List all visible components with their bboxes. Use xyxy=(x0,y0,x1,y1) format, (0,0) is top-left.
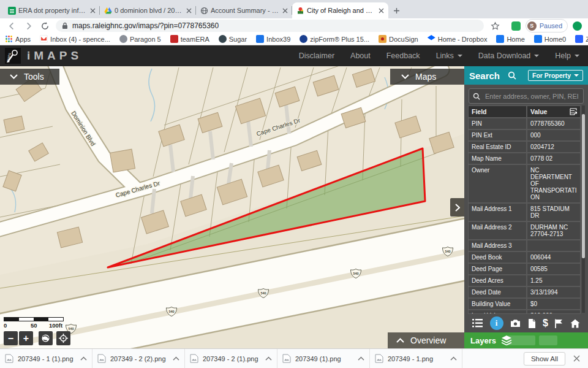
main-content: 540 540 540 540 540 Dominion Blvd Cape C… xyxy=(0,66,588,348)
map-view[interactable]: 540 540 540 540 540 Dominion Blvd Cape C… xyxy=(0,66,464,348)
layers-bar[interactable]: Layers xyxy=(464,332,588,348)
download-item[interactable]: 207349 - 1 (1).png xyxy=(0,349,92,368)
photo-button[interactable] xyxy=(510,319,521,328)
lock-icon xyxy=(62,22,68,29)
nav-about[interactable]: About xyxy=(350,52,371,60)
search-input[interactable] xyxy=(484,92,579,101)
watermark xyxy=(507,335,535,345)
chevron-up-icon[interactable] xyxy=(358,356,364,361)
bookmark-label: teamERA xyxy=(181,36,209,43)
download-item[interactable]: 207349 - 1.png xyxy=(370,349,462,368)
facebook-icon xyxy=(496,35,504,43)
bookmark-home0[interactable]: Home0 xyxy=(534,35,566,43)
nav-disclaimer[interactable]: Disclaimer xyxy=(299,52,334,60)
tools-button[interactable]: Tools xyxy=(0,69,59,85)
nav-help[interactable]: Help xyxy=(555,52,579,60)
scrollbar-thumb[interactable] xyxy=(582,114,585,258)
bookmark-inbox[interactable]: Inbox (4) - spence... xyxy=(40,35,110,43)
bookmark-sugar[interactable]: Sugar xyxy=(219,35,247,43)
new-tab-button[interactable] xyxy=(388,2,404,18)
tab-dominion-blvd[interactable]: 0 dominion blvd / 207349 - Goo xyxy=(100,2,196,18)
bookmark-inbox39[interactable]: Inbox39 xyxy=(256,35,290,43)
panel-collapse-button[interactable] xyxy=(450,198,464,217)
list-icon xyxy=(472,319,483,328)
locate-button[interactable] xyxy=(56,331,70,345)
globe-extent-button[interactable] xyxy=(39,331,53,345)
bookmark-label: DocuSign xyxy=(389,36,418,43)
bookmark-docusign[interactable]: DocuSign xyxy=(379,35,418,43)
bookmark-teamera[interactable]: teamERA xyxy=(170,35,209,43)
download-item[interactable]: 207349 - 2 (2).png xyxy=(92,349,185,368)
nav-links[interactable]: Links xyxy=(436,52,462,60)
chevron-up-icon[interactable] xyxy=(173,356,179,361)
tab-close-icon[interactable] xyxy=(379,8,384,13)
avatar: S xyxy=(527,21,537,31)
download-filename: 207349 - 1 (1).png xyxy=(18,355,78,362)
profile-paused-chip[interactable]: S Paused xyxy=(526,19,568,33)
extension-icon[interactable] xyxy=(511,21,521,31)
dollar-icon: $ xyxy=(543,318,548,329)
tab-close-icon[interactable] xyxy=(282,8,288,13)
paused-label: Paused xyxy=(540,22,562,29)
tab-strip: ERA dot property info - Google 0 dominio… xyxy=(0,0,588,18)
list-results-button[interactable] xyxy=(472,319,483,328)
tax-button[interactable]: $ xyxy=(543,318,548,329)
nav-data-download[interactable]: Data Download xyxy=(478,52,539,60)
bookmark-zipform[interactable]: zipForm® Plus 15... xyxy=(300,35,369,43)
tab-close-icon[interactable] xyxy=(186,8,192,13)
zoom-in-button[interactable]: + xyxy=(19,331,33,345)
export-table-icon[interactable] xyxy=(570,108,577,115)
deed-document-button[interactable] xyxy=(528,319,536,328)
bookmark-apps[interactable]: Apps xyxy=(5,35,31,43)
tab-imaps-active[interactable]: City of Raleigh and Wake Coun xyxy=(292,2,388,18)
maps-button[interactable]: Maps xyxy=(390,69,464,85)
info-icon: i xyxy=(496,318,498,328)
status-green-icon[interactable] xyxy=(573,21,582,31)
table-row: Mail Address 3 xyxy=(469,240,580,252)
scale-bar: 0 50 100ft xyxy=(4,317,65,329)
crosshair-icon xyxy=(59,334,68,343)
bookmark-label: Home - Dropbox xyxy=(438,36,488,43)
map-canvas[interactable]: 540 540 540 540 540 Dominion Blvd Cape C… xyxy=(0,66,464,348)
reload-button[interactable] xyxy=(39,20,50,31)
back-button[interactable] xyxy=(6,20,17,31)
url-field[interactable]: maps.raleighnc.gov/imaps/?pin=0778765360 xyxy=(56,20,484,32)
tab-account-summary[interactable]: Account Summary - 0204712 xyxy=(196,2,292,18)
search-scope-button[interactable]: For Property xyxy=(528,70,583,81)
nav-feedback[interactable]: Feedback xyxy=(386,52,420,60)
download-filename: 207349 - 1.png xyxy=(388,355,448,362)
table-header-row: Field Value xyxy=(469,106,580,118)
search-title: Search xyxy=(469,71,500,81)
apps-grid-icon xyxy=(5,35,13,43)
home-button[interactable] xyxy=(570,319,580,328)
tab-era-property[interactable]: ERA dot property info - Google xyxy=(4,2,100,18)
download-bar-close-button[interactable] xyxy=(573,355,580,362)
chevron-up-icon[interactable] xyxy=(80,356,87,361)
download-item[interactable]: 207349 (1).png xyxy=(277,349,370,368)
table-scrollbar[interactable] xyxy=(582,105,585,313)
bookmark-dropbox[interactable]: Home - Dropbox xyxy=(428,35,488,43)
download-item[interactable]: 207349 - 2 (1).png xyxy=(185,349,277,368)
bookmark-paragon5[interactable]: Paragon 5 xyxy=(119,35,161,43)
flag-button[interactable] xyxy=(555,319,563,328)
forward-button[interactable] xyxy=(23,20,34,31)
tab-close-icon[interactable] xyxy=(90,8,96,13)
show-all-button[interactable]: Show All xyxy=(524,352,565,366)
table-row: Deed Page00585 xyxy=(469,264,580,275)
chevron-down-icon xyxy=(574,74,579,77)
globe-icon xyxy=(41,334,50,343)
bookmark-star-icon[interactable] xyxy=(490,20,501,31)
overview-button[interactable]: Overview xyxy=(388,332,464,348)
chevron-up-icon[interactable] xyxy=(265,356,272,361)
bookmark-zap[interactable]: Zap xyxy=(575,35,588,43)
search-box[interactable] xyxy=(469,88,584,104)
scale-zero: 0 xyxy=(4,322,7,329)
zoom-out-button[interactable]: − xyxy=(4,331,18,345)
table-row: Building Value$0 xyxy=(469,299,580,310)
svg-text:540: 540 xyxy=(445,250,450,253)
bookmark-home[interactable]: Home xyxy=(496,35,524,43)
bookmark-label: Paragon 5 xyxy=(130,36,161,43)
layers-label: Layers xyxy=(470,336,496,345)
chevron-up-icon[interactable] xyxy=(450,356,457,361)
info-button[interactable]: i xyxy=(490,316,503,330)
